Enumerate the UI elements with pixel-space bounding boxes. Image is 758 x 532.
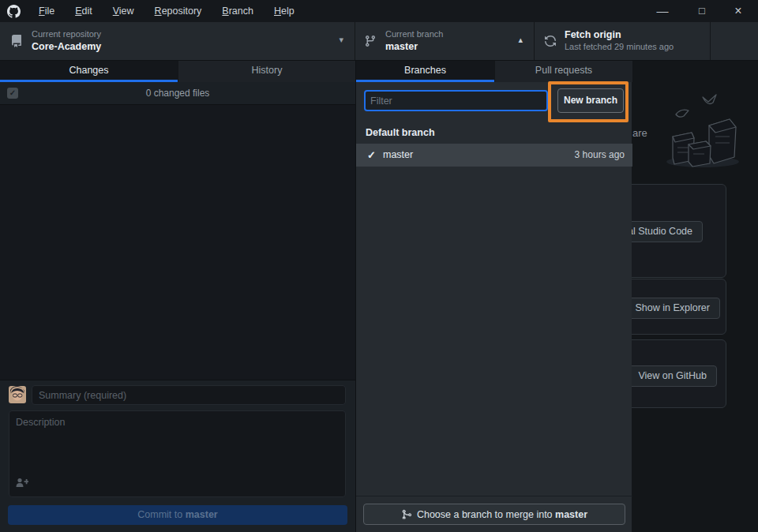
- git-branch-icon: [364, 35, 377, 47]
- menubar: File Edit View Repository Branch Help: [28, 0, 305, 22]
- branch-filter-input[interactable]: [364, 90, 548, 111]
- menu-edit[interactable]: Edit: [65, 0, 103, 22]
- tab-changes[interactable]: Changes: [0, 61, 178, 82]
- add-co-author-icon[interactable]: [16, 478, 28, 488]
- sync-icon: [544, 35, 557, 47]
- maximize-icon[interactable]: □: [689, 0, 715, 22]
- current-repository-label: Current repository: [32, 28, 101, 39]
- chevron-up-icon: ▴: [518, 35, 523, 45]
- git-merge-icon: [401, 509, 412, 520]
- repo-icon: [10, 35, 23, 47]
- fetch-origin-label: Fetch origin: [565, 28, 674, 41]
- changes-history-tabs: Changes History: [0, 61, 355, 82]
- view-on-github-button[interactable]: View on GitHub: [632, 365, 717, 387]
- show-in-explorer-button[interactable]: Show in Explorer: [632, 298, 720, 319]
- github-desktop-window: File Edit View Repository Branch Help — …: [0, 0, 758, 532]
- toolbar-spacer: [711, 22, 758, 60]
- menu-branch[interactable]: Branch: [212, 0, 264, 22]
- branch-filter-row: New branch: [356, 82, 632, 118]
- menu-repository[interactable]: Repository: [144, 0, 212, 22]
- minimize-icon[interactable]: —: [649, 0, 676, 22]
- new-branch-button[interactable]: New branch: [557, 88, 624, 113]
- boxes-illustration: [654, 91, 750, 170]
- popover-footer: Choose a branch to merge into master: [356, 496, 632, 532]
- open-in-editor-button[interactable]: sual Studio Code: [632, 221, 703, 242]
- toolbar: Current repository Core-Academy ▾ Curren…: [0, 22, 758, 61]
- commit-form: Commit to master: [0, 380, 355, 532]
- current-branch-button[interactable]: Current branch master ▴: [355, 22, 535, 60]
- changes-header: ✓ 0 changed files: [0, 82, 355, 105]
- current-branch-label: Current branch: [385, 28, 443, 39]
- tab-history[interactable]: History: [178, 61, 355, 82]
- avatar: [9, 386, 26, 403]
- github-logo-icon: [7, 5, 21, 18]
- current-repository-value: Core-Academy: [32, 40, 101, 53]
- fetch-origin-button[interactable]: Fetch origin Last fetched 29 minutes ago: [535, 22, 711, 60]
- no-changes-page: are sual Studio Code Show in Explorer: [632, 61, 758, 532]
- select-all-checkbox[interactable]: ✓: [7, 88, 18, 99]
- branches-pullrequests-tabs: Branches Pull requests: [356, 61, 632, 82]
- commit-description-input[interactable]: [9, 410, 346, 497]
- branch-row-master[interactable]: ✓ master 3 hours ago: [356, 144, 632, 167]
- default-branch-header: Default branch: [366, 122, 435, 144]
- menu-help[interactable]: Help: [264, 0, 305, 22]
- merge-branch-button[interactable]: Choose a branch to merge into master: [363, 504, 625, 525]
- tab-branches[interactable]: Branches: [356, 61, 494, 82]
- changed-files-list: [0, 105, 355, 380]
- menu-file[interactable]: File: [28, 0, 65, 22]
- close-icon[interactable]: ×: [725, 0, 752, 22]
- commit-button[interactable]: Commit to master: [8, 505, 347, 525]
- check-icon: ✓: [367, 144, 376, 167]
- changed-files-count: 0 changed files: [0, 82, 355, 105]
- current-branch-value: master: [385, 40, 443, 53]
- menu-view[interactable]: View: [103, 0, 144, 22]
- commit-summary-input[interactable]: [32, 385, 346, 405]
- titlebar: File Edit View Repository Branch Help — …: [0, 0, 758, 22]
- tab-pull-requests[interactable]: Pull requests: [494, 61, 632, 82]
- branch-name: master: [383, 144, 413, 167]
- branch-dropdown-popover: Branches Pull requests New branch Defaul…: [355, 61, 632, 532]
- fetch-status: Last fetched 29 minutes ago: [565, 41, 674, 52]
- current-repository-button[interactable]: Current repository Core-Academy ▾: [0, 22, 355, 60]
- chevron-down-icon: ▾: [339, 35, 343, 45]
- branch-last-commit-time: 3 hours ago: [575, 144, 625, 167]
- page-text-fragment: are: [632, 127, 647, 139]
